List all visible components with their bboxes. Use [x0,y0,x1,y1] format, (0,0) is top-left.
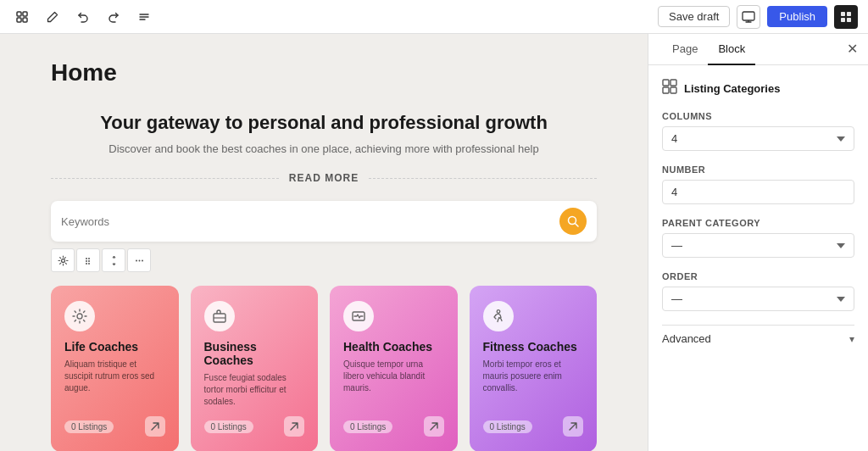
read-more-divider: READ MORE [51,172,597,184]
block-arrows-button[interactable] [102,248,125,272]
svg-rect-1 [23,12,27,16]
panel-block-header: Listing Categories [662,79,854,97]
number-section: NUMBER [662,164,854,204]
publish-button[interactable]: Publish [767,6,827,27]
svg-rect-3 [23,18,27,22]
order-label: ORDER [662,271,854,281]
svg-line-15 [576,224,579,227]
svg-rect-33 [663,87,669,93]
svg-point-21 [86,263,87,264]
card-icon [343,301,374,331]
block-move-button[interactable] [76,248,100,272]
hero-section: Your gateway to personal and professiona… [51,112,597,155]
category-card[interactable]: Fitness Coaches Morbi tempor eros et mau… [470,286,598,451]
search-input[interactable] [61,215,559,228]
parent-category-section: PARENT CATEGORY — [662,218,854,258]
listing-categories-icon [662,79,677,97]
svg-rect-7 [743,12,754,20]
svg-rect-34 [670,87,676,93]
tab-page[interactable]: Page [662,34,708,65]
category-card[interactable]: Health Coaches Quisque tempor urna liber… [330,286,458,451]
preview-button[interactable] [737,5,760,29]
advanced-label: Advanced [662,332,711,345]
card-footer: 0 Listings [483,416,584,437]
card-arrow-button[interactable] [424,416,444,437]
card-footer: 0 Listings [343,416,444,437]
parent-category-select[interactable]: — [662,233,854,258]
svg-point-26 [77,314,82,319]
card-arrow-button[interactable] [284,416,304,437]
svg-point-25 [142,259,143,261]
svg-rect-11 [847,12,851,16]
details-button[interactable] [132,5,156,29]
svg-point-24 [138,259,140,261]
svg-point-23 [136,259,137,261]
svg-rect-2 [17,18,21,22]
order-select[interactable]: — [662,287,854,311]
svg-rect-10 [841,12,845,16]
cards-grid: Life Coaches Aliquam tristique et suscip… [51,286,597,451]
svg-point-18 [88,258,90,259]
columns-select[interactable]: 4 1 2 3 [662,126,854,151]
card-desc: Quisque tempor urna libero vehicula blan… [343,359,444,408]
svg-rect-13 [847,18,851,22]
undo-button[interactable] [71,5,95,29]
order-section: ORDER — [662,271,854,311]
hero-heading: Your gateway to personal and professiona… [51,112,597,134]
card-desc: Aliquam tristique et suscipit rutrum ero… [64,359,165,408]
listings-badge: 0 Listings [204,420,253,433]
tab-block[interactable]: Block [708,34,755,65]
toolbar-right: Save draft Publish [658,5,858,29]
panel-close-button[interactable]: ✕ [847,41,858,57]
block-more-button[interactable] [127,248,151,272]
card-icon [483,301,514,331]
right-panel: Page Block ✕ Listing Categories COLUMNS [648,34,868,451]
divider-right [369,178,597,179]
card-arrow-button[interactable] [145,416,165,437]
advanced-toggle[interactable]: Advanced ▾ [662,325,854,352]
edit-button[interactable] [41,5,64,29]
listings-badge: 0 Listings [64,420,114,433]
svg-point-22 [88,263,90,264]
card-title: Life Coaches [64,340,165,354]
card-title: Fitness Coaches [483,340,584,354]
svg-point-20 [88,260,90,262]
listings-badge: 0 Listings [483,420,532,433]
panel-tabs: Page Block ✕ [648,34,868,65]
card-icon [64,301,95,331]
settings-toggle[interactable] [834,5,858,29]
number-input[interactable] [662,180,854,204]
read-more-button[interactable]: READ MORE [289,172,359,184]
card-icon [204,301,235,331]
add-block-button[interactable] [10,5,34,29]
svg-point-17 [86,258,87,259]
search-button[interactable] [559,208,587,235]
panel-block-title: Listing Categories [684,82,780,95]
svg-point-30 [497,310,500,314]
chevron-down-icon: ▾ [849,333,854,345]
hero-subtext: Discover and book the best coaches in on… [51,142,597,155]
save-draft-button[interactable]: Save draft [658,6,730,27]
panel-body: Listing Categories COLUMNS 4 1 2 3 NUMBE… [648,65,868,365]
svg-rect-12 [841,18,845,22]
card-title: Health Coaches [343,340,444,354]
main-layout: Home Your gateway to personal and profes… [0,34,868,451]
card-title: Business Coaches [204,340,305,367]
number-label: NUMBER [662,164,854,175]
card-footer: 0 Listings [64,416,165,437]
parent-category-label: PARENT CATEGORY [662,218,854,228]
card-desc: Morbi tempor eros et mauris posuere enim… [483,359,584,408]
category-card[interactable]: Life Coaches Aliquam tristique et suscip… [51,286,179,451]
svg-point-16 [61,259,64,262]
svg-rect-0 [17,12,21,16]
main-toolbar: Save draft Publish [0,0,868,34]
svg-rect-32 [670,80,676,86]
category-card[interactable]: Business Coaches Fusce feugiat sodales t… [191,286,319,451]
block-settings-button[interactable] [51,248,75,272]
page-title: Home [51,59,597,86]
redo-button[interactable] [102,5,125,29]
card-arrow-button[interactable] [563,416,583,437]
card-footer: 0 Listings [204,416,305,437]
editor-area: Home Your gateway to personal and profes… [0,34,648,451]
columns-label: COLUMNS [662,111,854,121]
